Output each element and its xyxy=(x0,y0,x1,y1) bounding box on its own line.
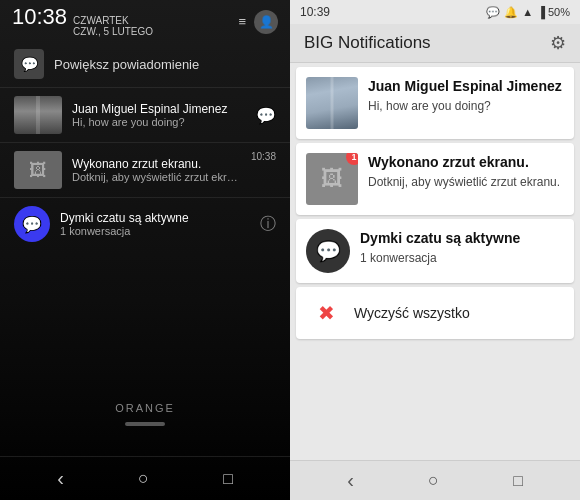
wifi-icon: ▲ xyxy=(522,6,533,18)
right-screenshot-thumb: 🖼 1 xyxy=(306,153,358,205)
right-nav-bar: ‹ ○ □ xyxy=(290,460,580,500)
screenshot-text-block: Wykonano zrzut ekranu. Dotknij, aby wyśw… xyxy=(72,157,241,183)
right-messenger-thumb: 💬 xyxy=(306,229,350,273)
right-home-button[interactable]: ○ xyxy=(428,470,439,491)
juan-text-block: Juan Miguel Espinal Jimenez Hi, how are … xyxy=(72,102,246,128)
right-messenger-body: 1 konwersacja xyxy=(360,250,564,267)
right-time: 10:39 xyxy=(300,5,330,19)
left-bottom-area: ORANGE xyxy=(0,250,290,456)
messenger-sub: 1 konwersacja xyxy=(60,225,250,237)
home-indicator xyxy=(125,422,165,426)
screenshot-body: Dotknij, aby wyświetlić zrzut ekranu. xyxy=(72,171,241,183)
silent-icon: 🔔 xyxy=(504,6,518,19)
left-notif-messenger[interactable]: 💬 Dymki czatu są aktywne 1 konwersacja ⓘ xyxy=(0,197,290,250)
right-status-icons: 💬 🔔 ▲ ▐ 50% xyxy=(486,6,570,19)
battery-icon: ▐ 50% xyxy=(537,6,570,18)
home-button[interactable]: ○ xyxy=(138,468,149,489)
right-header: BIG Notifications ⚙ xyxy=(290,24,580,63)
clear-all-button[interactable]: ✖ Wyczyść wszystko xyxy=(296,287,574,339)
screenshot-time: 10:38 xyxy=(251,151,276,162)
left-notif-screenshot[interactable]: 🖼 Wykonano zrzut ekranu. Dotknij, aby wy… xyxy=(0,142,290,197)
left-time: 10:38 xyxy=(12,6,67,28)
expand-bar: 💬 Powiększ powiadomienie xyxy=(0,41,290,87)
messenger-bubble-icon: 💬 xyxy=(316,239,341,263)
right-screenshot-title: Wykonano zrzut ekranu. xyxy=(368,153,564,171)
clear-x-icon: ✖ xyxy=(310,297,342,329)
right-messenger-title: Dymki czatu są aktywne xyxy=(360,229,564,247)
messenger-text-block: Dymki czatu są aktywne 1 konwersacja xyxy=(60,211,250,237)
left-nav-bar: ‹ ○ □ xyxy=(0,456,290,500)
screenshot-inner-icon: 🖼 xyxy=(321,166,343,192)
juan-thumb xyxy=(14,96,62,134)
expand-label: Powiększ powiadomienie xyxy=(54,57,199,72)
right-juan-body: Hi, how are you doing? xyxy=(368,98,564,115)
right-juan-title: Juan Miguel Espinal Jimenez xyxy=(368,77,564,95)
right-notifications: Juan Miguel Espinal Jimenez Hi, how are … xyxy=(290,63,580,460)
right-back-button[interactable]: ‹ xyxy=(347,469,354,492)
left-date-block: CZWARTEK CZW., 5 LUTEGO xyxy=(73,15,153,37)
screenshot-thumb: 🖼 xyxy=(14,151,62,189)
right-messenger-content: Dymki czatu są aktywne 1 konwersacja xyxy=(360,229,564,267)
left-avatar: 👤 xyxy=(254,10,278,34)
messenger-title: Dymki czatu są aktywne xyxy=(60,211,250,225)
right-screenshot-content: Wykonano zrzut ekranu. Dotknij, aby wyśw… xyxy=(368,153,564,191)
right-panel: 10:39 💬 🔔 ▲ ▐ 50% BIG Notifications ⚙ Ju… xyxy=(290,0,580,500)
messenger-icon: 💬 xyxy=(14,206,50,242)
right-screenshot-body: Dotknij, aby wyświetlić zrzut ekranu. xyxy=(368,174,564,191)
screenshot-badge: 1 xyxy=(346,153,358,165)
right-notif-screenshot[interactable]: 🖼 1 Wykonano zrzut ekranu. Dotknij, aby … xyxy=(296,143,574,215)
clear-all-label: Wyczyść wszystko xyxy=(354,305,470,321)
left-panel: 10:38 CZWARTEK CZW., 5 LUTEGO ≡ 👤 💬 Powi… xyxy=(0,0,290,500)
right-status-bar: 10:39 💬 🔔 ▲ ▐ 50% xyxy=(290,0,580,24)
right-juan-thumb xyxy=(306,77,358,129)
juan-body: Hi, how are you doing? xyxy=(72,116,246,128)
recents-button[interactable]: □ xyxy=(223,470,233,488)
expand-icon: 💬 xyxy=(14,49,44,79)
left-status-bar: 10:38 CZWARTEK CZW., 5 LUTEGO ≡ 👤 xyxy=(0,0,290,41)
back-button[interactable]: ‹ xyxy=(57,467,64,490)
right-notif-juan[interactable]: Juan Miguel Espinal Jimenez Hi, how are … xyxy=(296,67,574,139)
orange-label: ORANGE xyxy=(115,402,175,414)
left-date: CZW., 5 LUTEGO xyxy=(73,26,153,37)
left-notif-juan[interactable]: Juan Miguel Espinal Jimenez Hi, how are … xyxy=(0,87,290,142)
juan-title: Juan Miguel Espinal Jimenez xyxy=(72,102,246,116)
settings-icon[interactable]: ⚙ xyxy=(550,32,566,54)
left-signal-icon: ≡ xyxy=(238,14,246,29)
screenshot-title: Wykonano zrzut ekranu. xyxy=(72,157,241,171)
right-notif-messenger[interactable]: 💬 Dymki czatu są aktywne 1 konwersacja xyxy=(296,219,574,283)
messenger-status-icon: 💬 xyxy=(486,6,500,19)
info-icon: ⓘ xyxy=(260,214,276,235)
messenger-icon-right: 💬 xyxy=(256,106,276,125)
right-recents-button[interactable]: □ xyxy=(513,472,523,490)
right-header-title: BIG Notifications xyxy=(304,33,431,53)
right-juan-content: Juan Miguel Espinal Jimenez Hi, how are … xyxy=(368,77,564,115)
left-day-name: CZWARTEK xyxy=(73,15,153,26)
